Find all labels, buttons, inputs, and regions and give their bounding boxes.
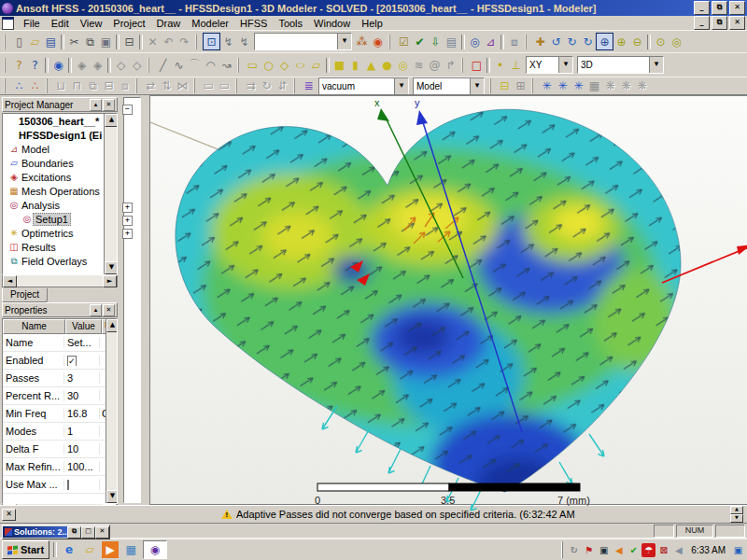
- show-selection-icon[interactable]: ◈: [90, 57, 106, 73]
- scroll-down-icon[interactable]: ▼: [105, 261, 118, 274]
- wire-body-icon[interactable]: □: [469, 57, 485, 73]
- zoom-in-icon[interactable]: ⊕: [613, 34, 629, 49]
- draw-equation-curve-icon[interactable]: ↝: [218, 57, 234, 73]
- menu-item[interactable]: Help: [356, 17, 388, 30]
- duplicate-axis-icon[interactable]: ❋: [618, 78, 634, 94]
- media-player-icon[interactable]: ▶: [102, 541, 119, 558]
- draw-box-icon[interactable]: ■: [331, 57, 347, 73]
- print-icon[interactable]: ⊟: [121, 34, 137, 49]
- rotate-center-icon[interactable]: ↺: [548, 34, 564, 49]
- checkbox[interactable]: ✓: [67, 356, 77, 366]
- panel-collapse-button[interactable]: ▴: [90, 304, 102, 316]
- draw-line-icon[interactable]: ╱: [155, 57, 171, 73]
- draw-rectangle-icon[interactable]: ▭: [245, 57, 261, 73]
- rotate-model-icon[interactable]: ↻: [564, 34, 580, 49]
- zoom-window-icon[interactable]: ⊕: [596, 33, 613, 50]
- solutions-close-button[interactable]: ✕: [95, 526, 109, 539]
- solutions-restore-button[interactable]: ⧉: [67, 526, 81, 539]
- cut-icon[interactable]: ✂: [66, 34, 82, 49]
- properties-row[interactable]: Delta F 10: [3, 441, 117, 458]
- property-value[interactable]: [64, 479, 100, 490]
- flip-icon[interactable]: ⇵: [275, 78, 290, 94]
- view-mode-combo[interactable]: 3D: [577, 56, 664, 74]
- new-icon[interactable]: ▯: [11, 34, 27, 49]
- monitor-job-icon[interactable]: ↯: [236, 34, 252, 49]
- scroll-down-icon[interactable]: ▼: [106, 490, 118, 503]
- object-cs-icon[interactable]: ✳: [571, 78, 586, 94]
- properties-column-header[interactable]: Value: [65, 319, 102, 334]
- face-cs-icon[interactable]: ✳: [555, 78, 571, 94]
- save-icon[interactable]: ▤: [43, 34, 59, 49]
- zoom-out-icon[interactable]: ⊖: [629, 34, 645, 49]
- sheet-thicken-icon[interactable]: ▭: [217, 78, 233, 94]
- subtract-icon[interactable]: ⊓: [69, 78, 85, 94]
- draw-arc-center-icon[interactable]: ⌒: [187, 57, 203, 73]
- fit-all-icon[interactable]: ⊙: [653, 34, 669, 49]
- assign-material-icon[interactable]: ∴: [11, 78, 27, 94]
- internet-explorer-icon[interactable]: e: [61, 541, 78, 558]
- display2-icon[interactable]: ▣: [731, 543, 745, 557]
- draw-cylinder-icon[interactable]: ▮: [347, 57, 363, 73]
- material-combo[interactable]: vacuum: [318, 77, 409, 95]
- separate-bodies-icon[interactable]: ⧈: [117, 78, 133, 94]
- menu-item[interactable]: Draw: [151, 17, 187, 30]
- avira-icon[interactable]: ☂: [641, 543, 655, 557]
- draw-plane-icon[interactable]: ⊥: [508, 57, 524, 73]
- list-variables-icon[interactable]: ⁂: [354, 34, 370, 49]
- draw-polygon-icon[interactable]: ◇: [276, 57, 292, 73]
- minimize-button[interactable]: _: [694, 1, 710, 15]
- tree-item[interactable]: ▱ Boundaries: [3, 156, 105, 170]
- view-visibility-icon[interactable]: ◉: [50, 57, 66, 73]
- draw-torus-icon[interactable]: ◎: [395, 57, 411, 73]
- property-value[interactable]: 10: [64, 443, 100, 455]
- windows-update-icon[interactable]: ↻: [567, 543, 581, 557]
- panel-close-button[interactable]: ✕: [103, 99, 115, 111]
- folder-icon[interactable]: ▱: [81, 541, 98, 558]
- tree-item[interactable]: ✳ Optimetrics: [3, 226, 105, 240]
- tree-item[interactable]: ◫ Results: [3, 240, 105, 254]
- panel-close-button[interactable]: ✕: [103, 304, 115, 316]
- close-button[interactable]: ✕: [729, 1, 745, 15]
- split-icon[interactable]: ⊟: [101, 78, 117, 94]
- draw-spiral-icon[interactable]: @: [427, 57, 443, 73]
- draw-arc-3pt-icon[interactable]: ◠: [203, 57, 218, 73]
- property-value[interactable]: Set...: [64, 337, 100, 348]
- fit-selection-icon[interactable]: ◎: [669, 34, 684, 49]
- mdi-close-button[interactable]: ✕: [729, 16, 745, 30]
- properties-row[interactable]: Enabled ✓: [3, 352, 117, 370]
- tree-item[interactable]: HFSSDesign1 (Eige: [3, 128, 102, 142]
- draw-region-icon[interactable]: ▱: [308, 57, 324, 73]
- history-expand-box[interactable]: +: [122, 229, 133, 239]
- analyze-all-icon[interactable]: ✔: [412, 34, 428, 49]
- model-combo[interactable]: Model: [413, 77, 485, 95]
- profile-icon[interactable]: ▤: [444, 34, 459, 49]
- submit-job-icon[interactable]: ↯: [220, 34, 236, 49]
- menu-item[interactable]: Edit: [46, 17, 75, 30]
- analyze-icon[interactable]: ⇩: [428, 34, 444, 49]
- modeler-viewport[interactable]: x y z 0 3.5 7 (mm): [149, 95, 747, 505]
- set-working-cs-icon[interactable]: ▦: [586, 78, 602, 94]
- checkbox[interactable]: [67, 480, 69, 490]
- mdi-minimize-button[interactable]: _: [694, 16, 710, 30]
- menu-item[interactable]: File: [18, 17, 46, 30]
- draw-sweep-icon[interactable]: ↱: [443, 57, 458, 73]
- draw-spline-icon[interactable]: ∿: [171, 57, 187, 73]
- tree-item[interactable]: ⊿ Model: [3, 142, 105, 156]
- layers-icon[interactable]: ≣: [301, 78, 317, 94]
- align-mid-icon[interactable]: ⇅: [159, 78, 175, 94]
- plot-icon[interactable]: ⊿: [483, 34, 499, 49]
- copy-image-icon[interactable]: ⧈: [506, 34, 522, 49]
- drawing-plane-combo[interactable]: XY: [526, 56, 573, 74]
- menu-item[interactable]: View: [75, 17, 108, 30]
- move-icon[interactable]: ⇉: [243, 78, 259, 94]
- validate-icon[interactable]: ☑: [396, 34, 412, 49]
- copy-icon[interactable]: ⧉: [82, 34, 98, 49]
- history-expand-box[interactable]: +: [122, 203, 133, 213]
- hide-all-icon[interactable]: ◇: [113, 57, 129, 73]
- pan-icon[interactable]: ✚: [532, 34, 548, 49]
- display-settings-icon[interactable]: ▣: [597, 543, 611, 557]
- restore-button[interactable]: ⧉: [712, 1, 727, 15]
- draw-circle-icon[interactable]: ○: [261, 57, 276, 73]
- properties-column-header[interactable]: Name: [3, 319, 65, 334]
- project-tab[interactable]: Project: [2, 288, 48, 302]
